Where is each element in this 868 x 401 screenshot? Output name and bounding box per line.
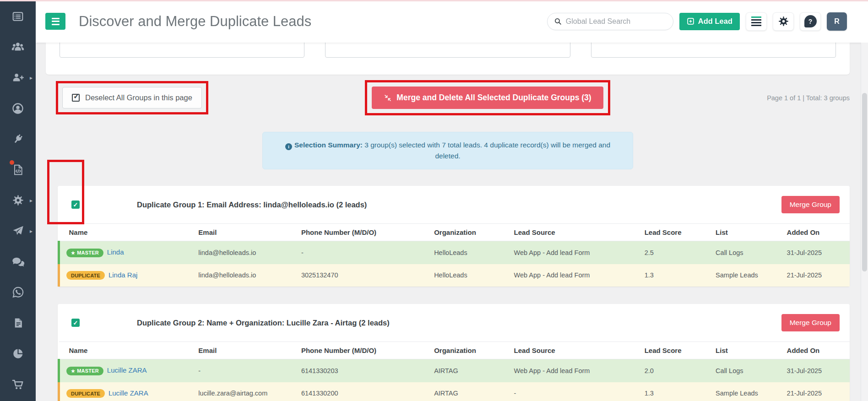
- table-header-row: Name Email Phone Number (M/D/O) Organiza…: [59, 224, 850, 241]
- sidebar-item-add-lead[interactable]: ▸: [0, 62, 36, 93]
- notification-dot: [10, 160, 14, 165]
- star-icon: ★: [71, 250, 75, 255]
- name-cell: ★MASTERLinda: [59, 241, 196, 264]
- column-header-added-on: Added On: [784, 224, 850, 241]
- check-icon: ✓: [73, 201, 78, 208]
- lead-name-link[interactable]: Linda: [107, 248, 124, 256]
- list-view-button[interactable]: [746, 12, 767, 31]
- group-1-table: Name Email Phone Number (M/D/O) Organiza…: [58, 223, 850, 287]
- lead-name-link[interactable]: Linda Raj: [108, 271, 137, 279]
- sidebar-item-settings[interactable]: ▸: [0, 185, 36, 216]
- column-header-phone: Phone Number (M/D/O): [298, 342, 431, 359]
- filter-select-3[interactable]: [591, 43, 836, 58]
- help-icon: ?: [804, 15, 817, 27]
- list-cell: Sample Leads: [713, 264, 784, 287]
- column-header-name: Name: [59, 342, 196, 359]
- sidebar-item-dashboard[interactable]: [0, 1, 36, 32]
- deselect-all-control[interactable]: ✓ Deselect All Groups in this page: [62, 87, 202, 108]
- lead-score-cell: 1.3: [642, 264, 713, 287]
- added-on-cell: 31-Jul-2025: [784, 359, 850, 382]
- column-header-phone: Phone Number (M/D/O): [298, 224, 431, 241]
- settings-button[interactable]: [773, 12, 794, 31]
- sidebar-item-campaigns[interactable]: ▸: [0, 216, 36, 246]
- column-header-list: List: [713, 224, 784, 241]
- deselect-all-checkbox[interactable]: ✓: [72, 94, 80, 102]
- scrollbar-thumb[interactable]: [862, 93, 867, 271]
- sidebar-item-chat[interactable]: [0, 246, 36, 277]
- group-1-header: ✓ Duplicate Group 1: Email Address: lind…: [58, 186, 850, 223]
- chevron-right-icon: ▸: [30, 75, 33, 81]
- filter-select-1[interactable]: [60, 43, 304, 58]
- lead-source-cell: Web App - Add lead Form: [511, 264, 642, 287]
- user-circle-icon: [11, 102, 24, 115]
- merge-all-button[interactable]: Merge and Delete All Selected Duplicate …: [372, 87, 603, 109]
- column-header-email: Email: [195, 224, 298, 241]
- users-icon: [11, 40, 25, 54]
- check-icon: ✓: [73, 320, 78, 326]
- page-title: Discover and Merge Duplicate Leads: [79, 13, 311, 30]
- lead-row-duplicate: DUPLICATELinda Raj linda@helloleads.io 3…: [59, 264, 850, 287]
- plug-icon: [12, 133, 24, 145]
- email-cell: -: [195, 359, 298, 382]
- table-header-row: Name Email Phone Number (M/D/O) Organiza…: [59, 342, 850, 359]
- pagination-info: Page 1 of 1 | Total: 3 groups: [767, 94, 850, 102]
- column-header-name: Name: [59, 224, 196, 241]
- annotation-rectangle-merge: Merge and Delete All Selected Duplicate …: [365, 80, 610, 115]
- add-lead-button[interactable]: Add Lead: [679, 13, 740, 30]
- name-cell: DUPLICATELucille ZARA: [59, 382, 196, 401]
- sidebar-item-whatsapp[interactable]: [0, 277, 36, 308]
- lead-score-cell: 1.3: [642, 382, 713, 401]
- lead-row-master: ★MASTERLucille ZARA - 6141330203 AIRTAG …: [59, 359, 850, 382]
- group-1-checkbox[interactable]: ✓: [71, 200, 80, 209]
- column-header-lead-score: Lead Score: [642, 224, 713, 241]
- merge-group-2-button[interactable]: Merge Group: [781, 314, 840, 331]
- added-on-cell: 31-Jul-2025: [784, 241, 850, 264]
- info-icon: i: [285, 143, 292, 150]
- deselect-all-label: Deselect All Groups in this page: [85, 93, 192, 102]
- sidebar-item-documents[interactable]: [0, 308, 36, 338]
- added-on-cell: 21-Jul-2025: [784, 382, 850, 401]
- menu-toggle-button[interactable]: [45, 13, 65, 30]
- lead-row-duplicate: DUPLICATELucille ZARA lucille.zara@airta…: [59, 382, 850, 401]
- sidebar-item-store[interactable]: [0, 369, 36, 400]
- lead-score-cell: 2.0: [642, 359, 713, 382]
- column-header-added-on: Added On: [784, 342, 850, 359]
- global-search: [547, 13, 673, 30]
- lead-source-cell: Web App - Add lead Form: [511, 241, 642, 264]
- annotation-rectangle-deselect: ✓ Deselect All Groups in this page: [56, 81, 208, 114]
- column-header-organization: Organization: [431, 342, 511, 359]
- sidebar-item-leads[interactable]: [0, 32, 36, 62]
- pie-chart-icon: [12, 347, 24, 360]
- list-bars-icon: [751, 16, 761, 26]
- search-input[interactable]: [566, 17, 667, 26]
- sidebar-item-api[interactable]: [0, 154, 36, 185]
- organization-cell: HelloLeads: [431, 241, 511, 264]
- group-2-checkbox[interactable]: ✓: [71, 319, 80, 327]
- column-header-lead-source: Lead Source: [511, 224, 642, 241]
- toolbar: ✓ Deselect All Groups in this page Merge…: [46, 80, 850, 115]
- user-avatar[interactable]: R: [827, 12, 847, 31]
- filter-select-2[interactable]: [325, 43, 570, 58]
- scrollbar-track[interactable]: [861, 43, 868, 401]
- check-icon: ✓: [73, 92, 79, 101]
- whatsapp-icon: [12, 286, 24, 298]
- phone-cell: 6141330203: [298, 359, 431, 382]
- star-icon: ★: [71, 368, 75, 374]
- sidebar-item-reports[interactable]: [0, 338, 36, 369]
- duplicate-group-2-card: ✓ Duplicate Group 2: Name + Organization…: [58, 304, 850, 401]
- lead-name-link[interactable]: Lucille ZARA: [108, 389, 148, 397]
- group-2-title: Duplicate Group 2: Name + Organization: …: [137, 319, 390, 327]
- file-lines-icon: [12, 317, 24, 329]
- lead-name-link[interactable]: Lucille ZARA: [107, 366, 147, 374]
- sidebar-item-integrations[interactable]: [0, 124, 36, 154]
- gear-icon: [778, 16, 789, 27]
- selection-summary: iSelection Summary: 3 group(s) selected …: [262, 132, 633, 169]
- phone-cell: 3025132470: [298, 264, 431, 287]
- list-alt-icon: [12, 11, 24, 22]
- gear-icon: [12, 194, 24, 206]
- help-button[interactable]: ?: [800, 12, 821, 31]
- duplicate-group-1-card: ✓ Duplicate Group 1: Email Address: lind…: [58, 186, 850, 287]
- merge-group-1-button[interactable]: Merge Group: [781, 196, 840, 213]
- sidebar-item-account[interactable]: [0, 93, 36, 124]
- hamburger-icon: [52, 18, 60, 25]
